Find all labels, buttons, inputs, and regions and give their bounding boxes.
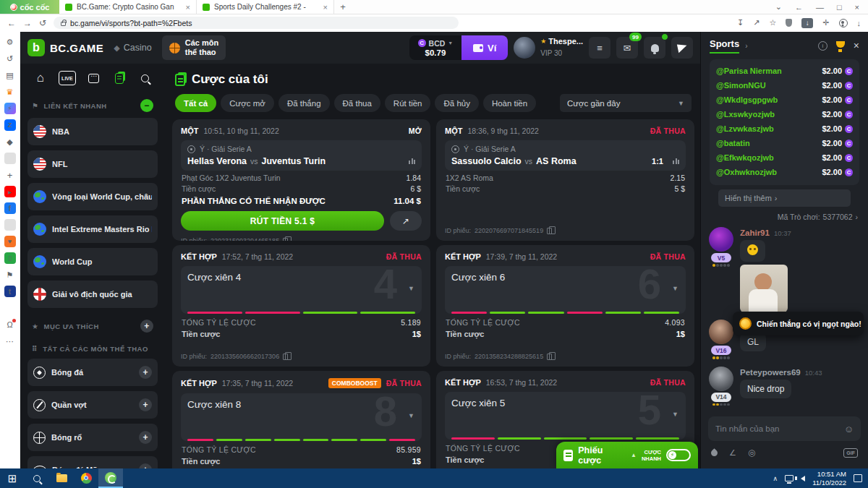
youtube-icon[interactable] bbox=[4, 186, 16, 197]
winner-name[interactable]: @SimonNGU bbox=[716, 81, 766, 90]
action-center-icon[interactable] bbox=[854, 474, 862, 482]
volume-icon[interactable] bbox=[801, 476, 805, 481]
chat-input[interactable] bbox=[715, 424, 838, 433]
close-window-button[interactable]: × bbox=[855, 3, 859, 12]
zalo-icon[interactable] bbox=[4, 119, 16, 131]
quick-link-item[interactable]: World Cup bbox=[27, 248, 158, 275]
event-box[interactable]: Ý · Giải Serie A Sassuolo Calcio vs AS R… bbox=[445, 140, 686, 171]
sport-item[interactable]: Bóng đá Mỹ + bbox=[27, 456, 158, 468]
chat-tab-sports[interactable]: Sports bbox=[710, 38, 739, 53]
chrome-icon[interactable] bbox=[81, 473, 92, 484]
nav-sports[interactable]: Các mônthể thao bbox=[162, 35, 226, 59]
wallet-button[interactable]: Ví bbox=[461, 35, 508, 60]
inbox-button[interactable]: ✉ 99 bbox=[616, 37, 638, 59]
back-icon[interactable]: ← bbox=[7, 18, 16, 28]
notifications-button[interactable] bbox=[644, 37, 665, 59]
avatar[interactable] bbox=[709, 227, 733, 252]
chat-gif-image[interactable] bbox=[740, 265, 788, 312]
sport-item[interactable]: Bóng rổ + bbox=[27, 424, 158, 451]
tab-close-icon[interactable]: × bbox=[323, 3, 328, 12]
feed-icon[interactable] bbox=[4, 69, 16, 81]
user-profile[interactable]: ★Thespe... VIP 30 bbox=[514, 37, 583, 59]
expand-combo-icon[interactable]: ▼ bbox=[408, 285, 414, 292]
currency-selector[interactable]: C BCD ▼ $0.79 bbox=[409, 35, 462, 60]
maximize-button[interactable]: □ bbox=[837, 3, 842, 12]
winner-name[interactable]: @Efkwkqozjwb bbox=[716, 153, 774, 162]
quick-link-item[interactable]: Giải vô địch quốc gia bbox=[27, 281, 158, 308]
bcgame-logo[interactable]: b BC.GAME bbox=[27, 39, 103, 56]
rain-icon[interactable] bbox=[710, 448, 719, 458]
share-bet-button[interactable]: ↗ bbox=[390, 211, 422, 231]
quick-bet-toggle[interactable]: ⚡ bbox=[666, 449, 691, 461]
my-bets-icon[interactable] bbox=[115, 73, 124, 84]
winner-name[interactable]: @Parisa Nierman bbox=[716, 67, 782, 75]
home-icon[interactable]: ⌂ bbox=[33, 71, 48, 85]
facebook-icon[interactable] bbox=[4, 202, 16, 214]
new-tab-button[interactable]: + bbox=[334, 0, 352, 14]
network-icon[interactable] bbox=[785, 475, 793, 481]
rail-divider[interactable] bbox=[4, 153, 16, 164]
more-icon[interactable] bbox=[4, 335, 16, 347]
rail-spacer[interactable] bbox=[4, 302, 16, 314]
copy-icon[interactable] bbox=[547, 228, 552, 234]
menu-button[interactable]: ≡ bbox=[589, 37, 610, 59]
winner-name[interactable]: @Wkdlgsgpgwb bbox=[716, 95, 778, 104]
game-code-link[interactable]: Mã Trò chơi:5377062› bbox=[701, 207, 868, 224]
winner-name[interactable]: @Lzvwkaszjwb bbox=[716, 124, 774, 133]
nav-casino[interactable]: ◆ Casino bbox=[114, 43, 151, 53]
search-icon[interactable] bbox=[141, 74, 149, 82]
messenger-icon[interactable] bbox=[4, 103, 16, 114]
schedule-icon[interactable] bbox=[88, 74, 99, 83]
event-box[interactable]: Ý · Giải Serie A Hellas Verona vs Juvent… bbox=[181, 140, 422, 171]
share-page-icon[interactable]: ↗ bbox=[753, 18, 760, 27]
copy-icon[interactable] bbox=[283, 238, 288, 241]
copy-icon[interactable] bbox=[283, 354, 288, 360]
show-more-button[interactable]: Hiển thị thêm› bbox=[718, 189, 851, 207]
quick-link-item[interactable]: NFL bbox=[27, 150, 158, 178]
combo-box[interactable]: Cược xiên 6 6 ▼ bbox=[445, 266, 686, 314]
filter-pill[interactable]: Đã thua bbox=[334, 94, 380, 112]
file-explorer-icon[interactable] bbox=[56, 474, 67, 482]
coccoc-taskbar-icon[interactable] bbox=[105, 472, 116, 484]
taskbar-search-icon[interactable] bbox=[33, 475, 41, 482]
info-icon[interactable]: i bbox=[818, 41, 827, 51]
expand-sport-button[interactable]: + bbox=[139, 463, 152, 468]
avatar[interactable] bbox=[709, 320, 733, 344]
expand-combo-icon[interactable]: ▼ bbox=[672, 285, 678, 292]
crown-icon[interactable] bbox=[4, 86, 16, 98]
filter-pill[interactable]: Rút tiền bbox=[385, 94, 431, 112]
games-icon[interactable] bbox=[4, 136, 16, 147]
trophy-icon[interactable] bbox=[836, 41, 845, 48]
battery-icon[interactable] bbox=[4, 252, 16, 264]
minimize-button[interactable]: — bbox=[816, 3, 824, 12]
browser-tab-sports-challenges[interactable]: Sports Daily Challenges #2 - × bbox=[197, 0, 334, 14]
combo-box[interactable]: Cược xiên 5 5 ▼ bbox=[445, 392, 686, 440]
copy-icon[interactable] bbox=[547, 354, 552, 360]
chat-rules-icon[interactable]: ∠ bbox=[729, 448, 736, 458]
tab-search-icon[interactable]: ⌄ bbox=[775, 2, 782, 12]
stats-icon[interactable] bbox=[673, 158, 679, 164]
coin-drop-icon[interactable]: ◎ bbox=[748, 448, 755, 458]
betslip-button[interactable]: Phiếu cược ▲ CƯỢCNHANH ⚡ bbox=[556, 442, 698, 468]
gif-button[interactable]: GIF bbox=[843, 448, 858, 458]
expand-sport-button[interactable]: + bbox=[139, 431, 152, 444]
add-favorite-button[interactable]: + bbox=[140, 320, 153, 333]
sort-dropdown[interactable]: Cược gần đây ▼ bbox=[560, 94, 692, 112]
reload-icon[interactable]: ↺ bbox=[39, 18, 46, 28]
chat-toggle-button[interactable] bbox=[671, 37, 693, 59]
forward-icon[interactable]: → bbox=[23, 18, 32, 28]
stats-icon[interactable] bbox=[409, 158, 415, 164]
quick-link-item[interactable]: Vòng loại World Cup, châu Âu bbox=[27, 183, 158, 210]
winner-name[interactable]: @Lxswkyozjwb bbox=[716, 110, 775, 119]
url-field[interactable]: bc.game/vi/sports?bt-path=%2Fbets bbox=[54, 17, 459, 29]
live-icon[interactable]: LIVE bbox=[59, 71, 76, 85]
combo-box[interactable]: Cược xiên 4 4 ▼ bbox=[181, 266, 422, 314]
start-button[interactable]: ⊞ bbox=[0, 468, 25, 488]
tray-expand-icon[interactable]: ∧ bbox=[773, 475, 778, 482]
adblock-shield-icon[interactable] bbox=[786, 19, 792, 27]
winner-name[interactable]: @Oxhwknozjwb bbox=[716, 168, 777, 176]
sport-item[interactable]: Quần vợt + bbox=[27, 391, 158, 419]
expand-combo-icon[interactable]: ▼ bbox=[408, 412, 414, 419]
user-avatar[interactable] bbox=[514, 37, 535, 59]
restore-tab-icon[interactable]: ← bbox=[795, 3, 803, 12]
